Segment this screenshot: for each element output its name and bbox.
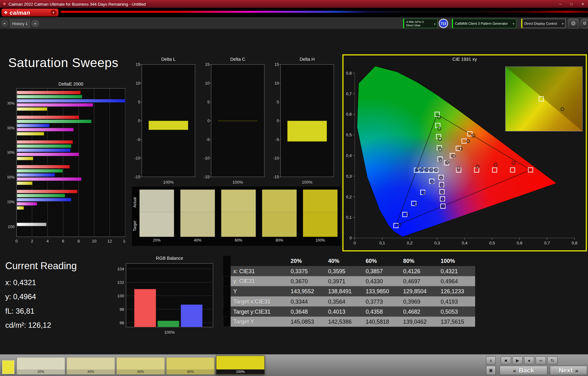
deltae2000-chart: DeltaE 200002468101214100%80%60%40%20%10…: [8, 82, 126, 247]
rgb-y-tick: 98: [119, 307, 124, 312]
thumbnail-60%[interactable]: 60%: [116, 357, 165, 375]
calman-logo[interactable]: ❖ calman ▼: [2, 9, 59, 17]
reading-x: x: 0,4321: [5, 275, 77, 290]
thumbnail-80%[interactable]: 80%: [166, 357, 215, 375]
deltae-x-tick: 2: [31, 239, 33, 243]
settings-gear-small-button[interactable]: ⚙: [580, 18, 588, 29]
value-cell: 0,3857: [363, 266, 400, 276]
table-row: Target x:CIE310,33440,35640,37730,39690,…: [223, 296, 475, 306]
deltaH-y-tick: -15: [273, 175, 279, 179]
refresh-button[interactable]: ↻: [547, 356, 558, 364]
maximize-button[interactable]: □: [569, 2, 574, 6]
chevron-down-icon: ▼: [512, 23, 515, 25]
thumbnail-40%[interactable]: 40%: [66, 357, 115, 375]
column-header: 40%: [325, 256, 363, 266]
rgb-y-tick: 100: [117, 294, 124, 298]
row-label: y: CIE31: [230, 276, 288, 286]
cie-measured-marker: [543, 158, 547, 161]
swatch-level-label: 40%: [180, 238, 215, 243]
swatch-level-label: 20%: [140, 238, 174, 243]
cie-1931-chart-panel[interactable]: CIE 1931 xy00,10,20,30,40,50,60,70,800,1…: [342, 54, 587, 251]
meter-name: X-Rite i1Pro 3: [406, 20, 424, 24]
meter-dropdown[interactable]: X-Rite i1Pro 3 Direct View ▼: [403, 19, 437, 28]
deltae-bar-blue: [17, 99, 125, 102]
logo-bar: ❖ calman ▼: [0, 8, 588, 17]
delta-l-chart-panel[interactable]: Delta L151050-5-10-15100%: [134, 56, 199, 185]
deltaC-y-tick: -15: [204, 175, 209, 179]
minimize-button[interactable]: ─: [558, 2, 563, 6]
deltae-x-tick: 6: [62, 239, 64, 243]
value-cell: 0,3595: [325, 266, 363, 276]
deltae-bar-yellow: [17, 107, 47, 111]
close-button[interactable]: ✕: [580, 2, 585, 6]
deltaL-chart-title: Delta L: [161, 57, 175, 62]
pattern-window-button[interactable]: ▣: [486, 366, 496, 375]
pattern-source-dropdown[interactable]: CalMAN Client 3 Pattern Generator ▼: [452, 19, 516, 28]
display-control-label: Direct Display Control: [524, 22, 557, 25]
back-label: Back: [519, 367, 534, 374]
thumbnail-100%[interactable]: 100%: [216, 356, 265, 375]
tab-history-1[interactable]: History 1: [10, 19, 30, 28]
deltae-bar-green: [17, 120, 92, 123]
deltaH-chart-title: Delta H: [299, 57, 315, 62]
deltae2000-chart-panel[interactable]: DeltaE 200002468101214100%80%60%40%20%10…: [8, 82, 126, 247]
deltaL-y-tick: -10: [134, 156, 140, 160]
deltaH-y-tick: 5: [277, 100, 279, 104]
deltae-x-tick: 0: [15, 239, 18, 243]
delta-c-chart-panel[interactable]: Delta C151050-5-10-15100%: [204, 56, 268, 185]
table-spacer: [223, 306, 230, 316]
cie-y-tick: 0,7: [346, 91, 352, 96]
value-cell: 0,3648: [288, 306, 325, 316]
next-button[interactable]: Next »: [550, 366, 587, 375]
stop-button[interactable]: ■: [501, 356, 511, 364]
display-control-dropdown[interactable]: Direct Display Control ▼: [521, 19, 565, 28]
chevron-up-button[interactable]: ∧: [486, 356, 496, 364]
add-tab-button[interactable]: +: [31, 20, 39, 27]
calman-window: ❖ Calman 2022 Calman Ultimate for Busine…: [0, 0, 588, 376]
deltae-bar-green: [17, 194, 65, 197]
thumbnail-20%[interactable]: 20%: [17, 357, 65, 375]
deltae-bar-blue: [17, 173, 55, 177]
back-button[interactable]: « Back: [500, 366, 548, 375]
deltae-bar-blue: [17, 149, 71, 152]
delta-h-chart-panel[interactable]: Delta H151050-5-10-15100%: [273, 56, 338, 185]
actual-target-swatch-strip[interactable]: Actual Target 20%40%60%80%100%: [132, 187, 341, 246]
deltae-group-label: 40%: [8, 175, 15, 180]
play-button[interactable]: ▶: [512, 356, 522, 364]
deltae-bar-green: [17, 95, 82, 98]
value-cell: 0,4193: [437, 296, 475, 306]
deltaC-y-tick: -5: [206, 137, 210, 142]
loop-button[interactable]: ∞: [536, 356, 546, 364]
deltae-bar-magenta: [17, 202, 37, 206]
saturation-swatch-80%: 80%: [262, 187, 297, 246]
value-cell: 139,0462: [400, 316, 438, 326]
value-cell: 129,8504: [400, 286, 438, 296]
table-spacer: [223, 296, 230, 306]
meter-badge[interactable]: 713: [439, 19, 448, 28]
table-corner: [230, 256, 288, 266]
rgb-balance-chart-panel[interactable]: RGB Balance1041021009896100%: [113, 255, 216, 334]
deltaH-y-tick: 15: [274, 62, 279, 67]
deltaL-y-tick: -15: [134, 175, 140, 179]
deltae-bar-yellow: [17, 157, 33, 160]
deltae-x-tick: 10: [92, 239, 97, 243]
results-table: 20%40%60%80%100%x: CIE310,33750,35950,38…: [223, 256, 475, 327]
table-header-row: 20%40%60%80%100%: [223, 256, 475, 266]
settings-gear-button[interactable]: ⚙: [568, 18, 579, 29]
target-swatch: [180, 212, 215, 237]
cie-x-tick: 0,2: [407, 241, 412, 245]
saturation-swatch-20%: 20%: [140, 187, 174, 246]
actual-swatch: [262, 190, 297, 212]
logo-menu-chevron-icon[interactable]: ▼: [50, 10, 56, 15]
deltaL-x-label: 100%: [163, 180, 174, 185]
cie-x-tick: 0,8: [572, 241, 577, 245]
table-row: Target Y145,0853142,5386140,5818139,0462…: [223, 316, 475, 326]
back-chevrons-icon: «: [513, 367, 516, 373]
deltaC-chart-title: Delta C: [230, 57, 245, 62]
tab-nav-arrow-button[interactable]: ▸: [2, 20, 8, 27]
value-cell: 140,5818: [363, 316, 400, 326]
deltae-bar-blue: [17, 198, 71, 201]
title-bar: ❖ Calman 2022 Calman Ultimate for Busine…: [0, 0, 588, 8]
record-button[interactable]: ●: [524, 356, 534, 364]
value-cell: 0,4126: [400, 266, 438, 276]
